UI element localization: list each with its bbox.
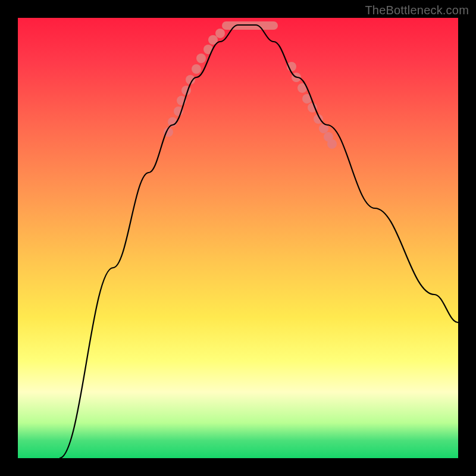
outer-frame: TheBottleneck.com: [0, 0, 476, 476]
watermark-text: TheBottleneck.com: [365, 4, 469, 17]
highlight-dot: [215, 29, 225, 38]
highlight-dot: [192, 64, 201, 74]
highlight-dot: [327, 139, 337, 149]
curve-layer: [18, 18, 458, 458]
right-branch-dots: [287, 62, 337, 149]
bottleneck-curve: [60, 25, 458, 458]
plot-area: [18, 18, 458, 458]
highlight-dot: [196, 54, 206, 63]
